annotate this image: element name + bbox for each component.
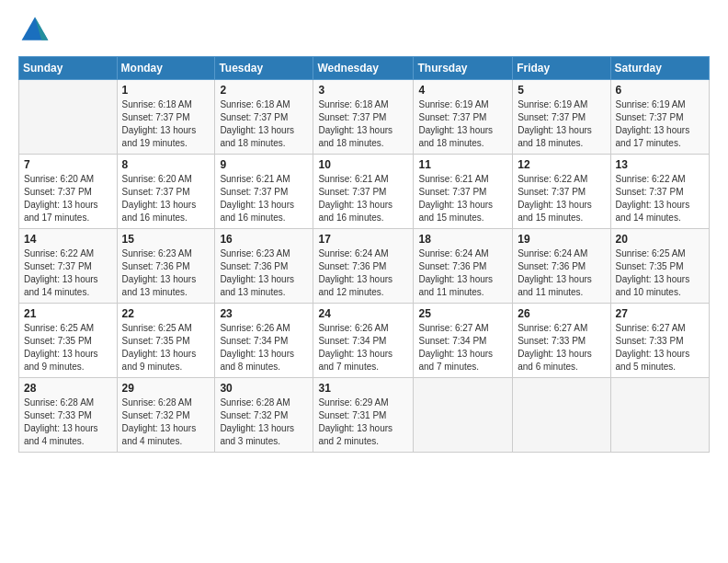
day-info: Sunrise: 6:18 AM Sunset: 7:37 PM Dayligh… [318, 98, 408, 150]
day-cell [414, 378, 513, 453]
day-info: Sunrise: 6:28 AM Sunset: 7:33 PM Dayligh… [24, 396, 112, 448]
day-cell: 31Sunrise: 6:29 AM Sunset: 7:31 PM Dayli… [313, 378, 414, 453]
day-info: Sunrise: 6:27 AM Sunset: 7:33 PM Dayligh… [518, 322, 605, 373]
day-cell: 8Sunrise: 6:20 AM Sunset: 7:37 PM Daylig… [117, 155, 215, 229]
day-cell [610, 378, 709, 453]
day-number: 13 [616, 158, 704, 171]
day-number: 9 [220, 158, 308, 171]
day-number: 1 [122, 84, 210, 97]
day-cell: 10Sunrise: 6:21 AM Sunset: 7:37 PM Dayli… [313, 155, 414, 229]
day-info: Sunrise: 6:21 AM Sunset: 7:37 PM Dayligh… [220, 173, 308, 224]
day-cell: 15Sunrise: 6:23 AM Sunset: 7:36 PM Dayli… [117, 229, 215, 304]
day-info: Sunrise: 6:29 AM Sunset: 7:31 PM Dayligh… [318, 396, 408, 448]
day-info: Sunrise: 6:24 AM Sunset: 7:36 PM Dayligh… [518, 247, 605, 299]
header-cell-tuesday: Tuesday [215, 57, 313, 80]
week-row-3: 14Sunrise: 6:22 AM Sunset: 7:37 PM Dayli… [19, 229, 710, 304]
day-number: 2 [220, 84, 308, 97]
day-info: Sunrise: 6:25 AM Sunset: 7:35 PM Dayligh… [24, 322, 112, 373]
day-cell: 9Sunrise: 6:21 AM Sunset: 7:37 PM Daylig… [215, 155, 313, 229]
day-number: 22 [122, 307, 210, 320]
day-cell: 14Sunrise: 6:22 AM Sunset: 7:37 PM Dayli… [19, 229, 118, 304]
week-row-1: 1Sunrise: 6:18 AM Sunset: 7:37 PM Daylig… [19, 80, 710, 155]
day-cell: 3Sunrise: 6:18 AM Sunset: 7:37 PM Daylig… [313, 80, 414, 155]
day-info: Sunrise: 6:22 AM Sunset: 7:37 PM Dayligh… [518, 173, 605, 224]
day-info: Sunrise: 6:20 AM Sunset: 7:37 PM Dayligh… [122, 173, 210, 224]
header-cell-monday: Monday [117, 57, 215, 80]
day-cell: 7Sunrise: 6:20 AM Sunset: 7:37 PM Daylig… [19, 155, 118, 229]
day-info: Sunrise: 6:19 AM Sunset: 7:37 PM Dayligh… [518, 98, 605, 150]
header-cell-wednesday: Wednesday [313, 57, 414, 80]
day-info: Sunrise: 6:18 AM Sunset: 7:37 PM Dayligh… [220, 98, 308, 150]
logo [18, 14, 55, 47]
calendar-header: SundayMondayTuesdayWednesdayThursdayFrid… [19, 57, 710, 80]
day-number: 5 [518, 84, 605, 97]
day-number: 4 [418, 84, 507, 97]
day-number: 24 [318, 307, 408, 320]
day-info: Sunrise: 6:24 AM Sunset: 7:36 PM Dayligh… [418, 247, 507, 299]
day-info: Sunrise: 6:22 AM Sunset: 7:37 PM Dayligh… [24, 247, 112, 299]
day-number: 7 [24, 158, 112, 171]
day-cell: 6Sunrise: 6:19 AM Sunset: 7:37 PM Daylig… [610, 80, 709, 155]
week-row-5: 28Sunrise: 6:28 AM Sunset: 7:33 PM Dayli… [19, 378, 710, 453]
day-cell [19, 80, 118, 155]
header [18, 14, 710, 47]
day-info: Sunrise: 6:19 AM Sunset: 7:37 PM Dayligh… [616, 98, 704, 150]
day-info: Sunrise: 6:28 AM Sunset: 7:32 PM Dayligh… [220, 396, 308, 448]
day-number: 26 [518, 307, 605, 320]
day-info: Sunrise: 6:28 AM Sunset: 7:32 PM Dayligh… [122, 396, 210, 448]
day-cell: 4Sunrise: 6:19 AM Sunset: 7:37 PM Daylig… [414, 80, 513, 155]
logo-icon [18, 14, 51, 47]
day-number: 8 [122, 158, 210, 171]
day-cell: 26Sunrise: 6:27 AM Sunset: 7:33 PM Dayli… [513, 304, 610, 378]
day-cell: 30Sunrise: 6:28 AM Sunset: 7:32 PM Dayli… [215, 378, 313, 453]
calendar-table: SundayMondayTuesdayWednesdayThursdayFrid… [18, 56, 710, 453]
day-cell: 16Sunrise: 6:23 AM Sunset: 7:36 PM Dayli… [215, 229, 313, 304]
day-info: Sunrise: 6:27 AM Sunset: 7:34 PM Dayligh… [418, 322, 507, 373]
day-number: 23 [220, 307, 308, 320]
day-number: 31 [318, 382, 408, 395]
header-cell-friday: Friday [513, 57, 610, 80]
week-row-4: 21Sunrise: 6:25 AM Sunset: 7:35 PM Dayli… [19, 304, 710, 378]
day-cell: 23Sunrise: 6:26 AM Sunset: 7:34 PM Dayli… [215, 304, 313, 378]
day-info: Sunrise: 6:25 AM Sunset: 7:35 PM Dayligh… [122, 322, 210, 373]
day-cell: 27Sunrise: 6:27 AM Sunset: 7:33 PM Dayli… [610, 304, 709, 378]
day-cell: 17Sunrise: 6:24 AM Sunset: 7:36 PM Dayli… [313, 229, 414, 304]
day-number: 16 [220, 233, 308, 246]
header-row: SundayMondayTuesdayWednesdayThursdayFrid… [19, 57, 710, 80]
day-cell: 2Sunrise: 6:18 AM Sunset: 7:37 PM Daylig… [215, 80, 313, 155]
day-info: Sunrise: 6:23 AM Sunset: 7:36 PM Dayligh… [220, 247, 308, 299]
header-cell-sunday: Sunday [19, 57, 118, 80]
day-cell: 1Sunrise: 6:18 AM Sunset: 7:37 PM Daylig… [117, 80, 215, 155]
day-cell: 25Sunrise: 6:27 AM Sunset: 7:34 PM Dayli… [414, 304, 513, 378]
day-number: 19 [518, 233, 605, 246]
day-cell: 21Sunrise: 6:25 AM Sunset: 7:35 PM Dayli… [19, 304, 118, 378]
day-info: Sunrise: 6:24 AM Sunset: 7:36 PM Dayligh… [318, 247, 408, 299]
day-cell: 18Sunrise: 6:24 AM Sunset: 7:36 PM Dayli… [414, 229, 513, 304]
day-number: 6 [616, 84, 704, 97]
day-info: Sunrise: 6:27 AM Sunset: 7:33 PM Dayligh… [616, 322, 704, 373]
day-cell: 12Sunrise: 6:22 AM Sunset: 7:37 PM Dayli… [513, 155, 610, 229]
day-number: 28 [24, 382, 112, 395]
day-cell: 5Sunrise: 6:19 AM Sunset: 7:37 PM Daylig… [513, 80, 610, 155]
week-row-2: 7Sunrise: 6:20 AM Sunset: 7:37 PM Daylig… [19, 155, 710, 229]
header-cell-thursday: Thursday [414, 57, 513, 80]
page: SundayMondayTuesdayWednesdayThursdayFrid… [0, 0, 728, 563]
day-cell: 19Sunrise: 6:24 AM Sunset: 7:36 PM Dayli… [513, 229, 610, 304]
day-number: 21 [24, 307, 112, 320]
day-info: Sunrise: 6:22 AM Sunset: 7:37 PM Dayligh… [616, 173, 704, 224]
day-cell: 13Sunrise: 6:22 AM Sunset: 7:37 PM Dayli… [610, 155, 709, 229]
calendar-body: 1Sunrise: 6:18 AM Sunset: 7:37 PM Daylig… [19, 80, 710, 453]
day-cell: 20Sunrise: 6:25 AM Sunset: 7:35 PM Dayli… [610, 229, 709, 304]
day-cell: 24Sunrise: 6:26 AM Sunset: 7:34 PM Dayli… [313, 304, 414, 378]
day-info: Sunrise: 6:18 AM Sunset: 7:37 PM Dayligh… [122, 98, 210, 150]
day-number: 14 [24, 233, 112, 246]
day-cell: 28Sunrise: 6:28 AM Sunset: 7:33 PM Dayli… [19, 378, 118, 453]
day-number: 15 [122, 233, 210, 246]
day-number: 30 [220, 382, 308, 395]
header-cell-saturday: Saturday [610, 57, 709, 80]
day-info: Sunrise: 6:20 AM Sunset: 7:37 PM Dayligh… [24, 173, 112, 224]
day-number: 11 [418, 158, 507, 171]
day-number: 10 [318, 158, 408, 171]
day-number: 17 [318, 233, 408, 246]
day-number: 12 [518, 158, 605, 171]
